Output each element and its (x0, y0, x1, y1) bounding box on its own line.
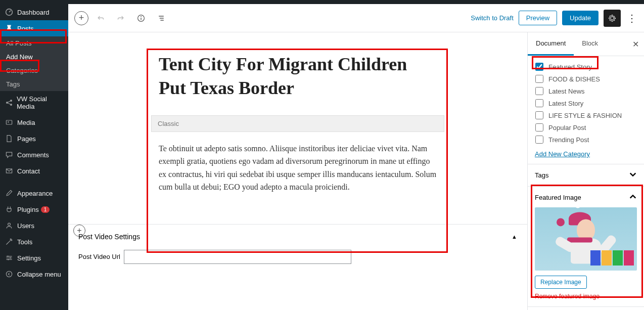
close-settings-button[interactable]: ✕ (632, 39, 639, 49)
sidebar-item-pages[interactable]: Pages (0, 130, 68, 147)
outline-button[interactable] (153, 10, 169, 26)
svg-point-10 (8, 259, 9, 260)
sidebar-item-tools[interactable]: Tools (0, 234, 68, 250)
sidebar-item-all-posts[interactable]: All Posts (0, 36, 68, 50)
featured-image-preview[interactable] (535, 207, 637, 271)
sidebar-label: Appearance (17, 190, 53, 197)
category-checkbox[interactable] (535, 99, 543, 107)
category-label: Popular Post (548, 124, 586, 131)
sidebar-label: VW Social Media (17, 95, 64, 110)
tags-section[interactable]: Tags (528, 164, 644, 187)
post-body[interactable]: Te obtinuit ut adepto satis somno. Aliis… (144, 132, 452, 204)
sidebar-label: Pages (17, 135, 36, 143)
settings-toggle-button[interactable] (604, 10, 621, 27)
insert-block-button[interactable]: + (73, 225, 85, 237)
category-label: FOOD & DISHES (548, 75, 600, 83)
remove-featured-image-link[interactable]: Remove featured image (535, 293, 600, 300)
admin-sidebar: Dashboard Posts All Posts Add New Catego… (0, 4, 68, 310)
category-item[interactable]: Featured Story (535, 61, 636, 73)
svg-point-2 (10, 100, 12, 102)
sidebar-item-comments[interactable]: Comments (0, 147, 68, 163)
svg-point-13 (141, 16, 142, 17)
sidebar-item-users[interactable]: Users (0, 217, 68, 234)
pin-icon (4, 24, 14, 32)
category-item[interactable]: Trending Post (535, 134, 636, 146)
sidebar-item-vw-social[interactable]: VW Social Media (0, 91, 68, 114)
category-item[interactable]: LIFE STYLE & FASHION (535, 109, 636, 121)
sidebar-item-posts[interactable]: Posts (0, 20, 68, 36)
post-video-settings-panel: Post Video Settings ▲ Post Video Url (68, 224, 527, 272)
panel-title[interactable]: Post Video Settings ▲ (78, 233, 517, 241)
category-checkbox[interactable] (535, 136, 543, 144)
category-item[interactable]: FOOD & DISHES (535, 73, 636, 85)
video-url-label: Post Video Url (78, 253, 124, 260)
sidebar-label: Comments (17, 151, 49, 159)
svg-point-7 (8, 223, 11, 226)
posts-submenu: All Posts Add New Categories Tags (0, 36, 68, 91)
sidebar-label: Posts (17, 25, 34, 32)
add-category-link[interactable]: Add New Category (535, 146, 590, 160)
dashboard-icon (4, 8, 14, 16)
sidebar-label: Settings (17, 254, 41, 262)
update-button[interactable]: Update (562, 11, 599, 25)
svg-rect-4 (6, 120, 12, 124)
preview-button[interactable]: Preview (519, 11, 557, 25)
category-checkbox[interactable] (535, 87, 543, 95)
caret-up-icon: ▲ (512, 234, 517, 240)
media-icon (4, 118, 14, 126)
wrench-icon (4, 238, 14, 246)
add-block-button[interactable]: + (74, 11, 88, 25)
video-url-input[interactable] (124, 250, 351, 264)
category-label: Latest Story (548, 100, 583, 107)
category-label: Featured Story (548, 63, 592, 71)
sidebar-label: Plugins (17, 206, 39, 213)
redo-button[interactable] (113, 10, 129, 26)
category-checkbox[interactable] (535, 111, 543, 119)
sidebar-label: Tools (17, 238, 32, 246)
svg-point-9 (10, 257, 11, 258)
sidebar-item-dashboard[interactable]: Dashboard (0, 4, 68, 20)
category-checkbox[interactable] (535, 123, 543, 131)
sidebar-label: Contact (17, 167, 40, 175)
sidebar-item-contact[interactable]: Contact (0, 163, 68, 179)
sidebar-item-collapse[interactable]: Collapse menu (0, 266, 68, 282)
envelope-icon (4, 167, 14, 175)
sidebar-item-add-new[interactable]: Add New (0, 50, 68, 64)
svg-point-11 (6, 271, 12, 277)
post-title[interactable]: Tent City For Migrant Children Put Texas… (144, 48, 452, 115)
user-icon (4, 222, 14, 230)
sidebar-item-tags[interactable]: Tags (0, 77, 68, 91)
sidebar-label: Media (17, 119, 35, 126)
sidebar-item-settings[interactable]: Settings (0, 250, 68, 266)
tab-document[interactable]: Document (528, 32, 574, 56)
tab-block[interactable]: Block (574, 32, 606, 56)
category-item[interactable]: Popular Post (535, 121, 636, 134)
replace-image-button[interactable]: Replace Image (535, 276, 587, 289)
category-item[interactable]: Latest News (535, 85, 636, 97)
settings-sidebar: Document Block ✕ Featured StoryFOOD & DI… (527, 32, 644, 310)
admin-topbar (0, 0, 644, 4)
sliders-icon (4, 254, 14, 262)
block-type-label[interactable]: Classic (151, 115, 444, 132)
brush-icon (4, 189, 14, 197)
svg-point-1 (6, 102, 8, 104)
sidebar-item-appearance[interactable]: Appearance (0, 185, 68, 201)
sidebar-item-plugins[interactable]: Plugins 1 (0, 201, 68, 217)
chevron-down-icon (629, 170, 637, 180)
svg-point-8 (7, 256, 8, 257)
category-item[interactable]: Latest Story (535, 97, 636, 109)
sidebar-item-media[interactable]: Media (0, 114, 68, 130)
tags-label: Tags (535, 171, 548, 179)
sidebar-label: Collapse menu (17, 271, 61, 278)
info-button[interactable] (133, 10, 149, 26)
category-checkbox[interactable] (535, 75, 543, 83)
category-label: LIFE STYLE & FASHION (548, 112, 622, 119)
more-options-button[interactable]: ⋮ (626, 12, 638, 24)
editor-content: Tent City For Migrant Children Put Texas… (68, 32, 527, 310)
featured-image-header[interactable]: Featured Image (535, 193, 637, 202)
sidebar-item-categories[interactable]: Categories (0, 64, 68, 77)
comment-icon (4, 151, 14, 159)
category-checkbox[interactable] (535, 63, 543, 71)
undo-button[interactable] (93, 10, 109, 26)
switch-to-draft-button[interactable]: Switch to Draft (471, 14, 514, 22)
